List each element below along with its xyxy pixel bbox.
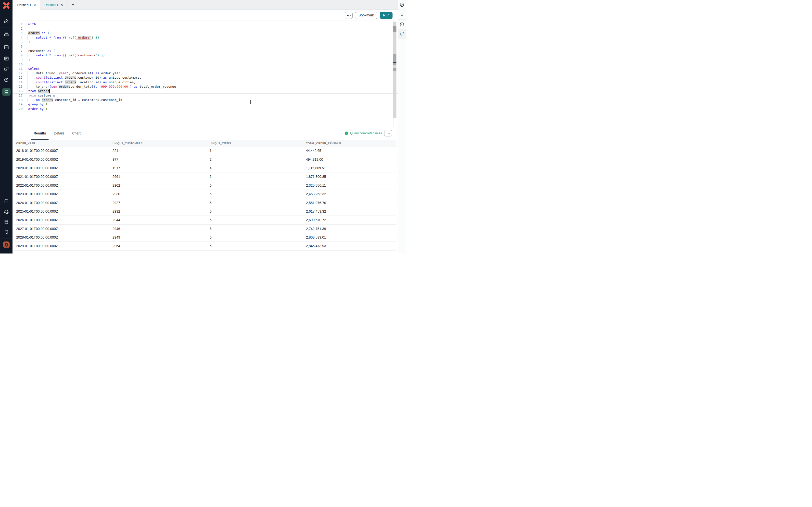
table-cell[interactable]: 2,742,751.39 bbox=[304, 227, 397, 231]
column-header-unique_cities[interactable]: UNIQUE_CITIES bbox=[208, 142, 304, 145]
table-cell[interactable]: 6 bbox=[208, 227, 304, 231]
table-row[interactable]: 2022-01-01T00:00:00.000Z290262,325,556.1… bbox=[14, 181, 397, 190]
ai-chat-sparkle-icon[interactable] bbox=[398, 30, 406, 39]
home-icon[interactable] bbox=[4, 18, 9, 24]
table-cell[interactable]: 2,551,076.70 bbox=[304, 201, 397, 205]
code-line-18[interactable]: 18 on orders.customer_id = customers.cus… bbox=[12, 98, 398, 102]
code-line-6[interactable]: 6 bbox=[12, 44, 398, 49]
table-cell[interactable]: 221 bbox=[111, 149, 208, 153]
support-headset-icon[interactable] bbox=[4, 209, 9, 214]
code-line-14[interactable]: 14 count(distinct orders.location_id) as… bbox=[12, 80, 398, 84]
table-row[interactable]: 2024-01-01T00:00:00.000Z292762,551,076.7… bbox=[14, 199, 397, 207]
components-icon[interactable] bbox=[4, 66, 9, 71]
projects-grid-icon[interactable] bbox=[4, 45, 9, 50]
scrollbar-thumb[interactable] bbox=[393, 26, 397, 32]
table-cell[interactable]: 2,617,453.32 bbox=[304, 210, 397, 213]
table-row[interactable]: 2023-01-01T00:00:00.000Z293062,453,253.3… bbox=[14, 190, 397, 199]
table-cell[interactable]: 2025-01-01T00:00:00.000Z bbox=[14, 210, 111, 213]
tab-untitled-1[interactable]: Untitled 1 ✕ bbox=[13, 0, 40, 10]
table-cell[interactable]: 44,442.65 bbox=[304, 149, 397, 153]
column-header-order_year[interactable]: ORDER_YEAR bbox=[14, 142, 111, 145]
table-row[interactable]: 2021-01-01T00:00:00.000Z266161,871,800.8… bbox=[14, 172, 397, 181]
table-cell[interactable]: 2019-01-01T00:00:00.000Z bbox=[14, 158, 111, 161]
table-cell[interactable]: 1 bbox=[208, 149, 304, 153]
code-line-9[interactable]: 9) bbox=[12, 58, 398, 62]
code-line-13[interactable]: 13 count(distinct orders.customer_id) as… bbox=[12, 75, 398, 80]
table-cell[interactable]: 2932 bbox=[111, 210, 208, 213]
new-tab-plus-icon[interactable]: + bbox=[67, 0, 79, 9]
table-cell[interactable]: 2,808,539.01 bbox=[304, 235, 397, 239]
table-cell[interactable]: 2930 bbox=[111, 192, 208, 196]
table-cell[interactable]: 2,453,253.32 bbox=[304, 192, 397, 196]
table-cell[interactable]: 6 bbox=[208, 244, 304, 248]
code-line-8[interactable]: 8 select * from {{ ref('customers') }} bbox=[12, 53, 398, 58]
tab-untitled-2[interactable]: Untitled 1 ✕ bbox=[40, 0, 67, 9]
bookmark-panel-icon[interactable] bbox=[398, 10, 406, 19]
table-cell[interactable]: 6 bbox=[208, 210, 304, 213]
history-clock-icon[interactable] bbox=[398, 19, 406, 30]
table-cell[interactable]: 2 bbox=[208, 158, 304, 161]
close-icon[interactable]: ✕ bbox=[60, 3, 63, 7]
sql-editor[interactable]: 1with23orders as (4 select * from {{ ref… bbox=[12, 21, 398, 126]
table-cell[interactable]: 2,690,570.72 bbox=[304, 218, 397, 222]
table-cell[interactable]: 2029-01-01T00:00:00.000Z bbox=[14, 244, 111, 248]
table-row[interactable]: 2026-01-01T00:00:00.000Z294462,690,570.7… bbox=[14, 216, 397, 224]
docs-book-icon[interactable] bbox=[4, 219, 9, 225]
code-line-17[interactable]: 17join customers bbox=[12, 93, 398, 98]
code-line-3[interactable]: 3orders as ( bbox=[12, 31, 398, 35]
table-row[interactable]: 2028-01-01T00:00:00.000Z294962,808,539.0… bbox=[14, 233, 397, 242]
code-line-10[interactable]: 10 bbox=[12, 62, 398, 66]
table-cell[interactable]: 2,325,556.11 bbox=[304, 183, 397, 187]
table-cell[interactable]: 6 bbox=[208, 235, 304, 239]
code-line-19[interactable]: 19group by 1 bbox=[12, 102, 398, 107]
table-row[interactable]: 2020-01-01T00:00:00.000Z191741,115,869.5… bbox=[14, 164, 397, 172]
table-cell[interactable]: 2027-01-01T00:00:00.000Z bbox=[14, 227, 111, 231]
code-line-5[interactable]: 5), bbox=[12, 40, 398, 44]
tab-details[interactable]: Details bbox=[52, 126, 66, 140]
table-cell[interactable]: 2927 bbox=[111, 201, 208, 205]
table-cell[interactable]: 2026-01-01T00:00:00.000Z bbox=[14, 218, 111, 222]
table-cell[interactable]: 6 bbox=[208, 201, 304, 205]
code-line-4[interactable]: 4 select * from {{ ref('orders') }} bbox=[12, 35, 398, 40]
table-cell[interactable]: 977 bbox=[111, 158, 208, 161]
table-cell[interactable]: 1,841,049.32 bbox=[304, 253, 397, 253]
table-cell[interactable]: 4 bbox=[208, 166, 304, 170]
code-line-2[interactable]: 2 bbox=[12, 26, 398, 31]
user-avatar[interactable] bbox=[3, 241, 9, 248]
table-cell[interactable]: 1,115,869.51 bbox=[304, 166, 397, 170]
table-cell[interactable]: 6 bbox=[208, 175, 304, 178]
outline-compass-icon[interactable] bbox=[398, 0, 406, 10]
table-cell[interactable]: 2023-01-01T00:00:00.000Z bbox=[14, 192, 111, 196]
table-cell[interactable]: 2030-01-01T00:00:00.000Z bbox=[14, 253, 111, 253]
hex-logo[interactable] bbox=[0, 0, 12, 11]
table-cell[interactable]: 2879 bbox=[111, 253, 208, 253]
explore-compass-icon[interactable] bbox=[4, 77, 9, 82]
table-cell[interactable]: 2020-01-01T00:00:00.000Z bbox=[14, 166, 111, 170]
bookmark-button[interactable]: Bookmark bbox=[355, 12, 377, 19]
table-row[interactable]: 2030-01-01T00:00:00.000Z287961,841,049.3… bbox=[14, 250, 397, 253]
table-cell[interactable]: 1,871,800.85 bbox=[304, 175, 397, 178]
table-cell[interactable]: 2018-01-01T00:00:00.000Z bbox=[14, 149, 111, 153]
run-button[interactable]: Run bbox=[380, 12, 393, 19]
table-cell[interactable]: 2661 bbox=[111, 175, 208, 178]
code-line-20[interactable]: 20order by 1 bbox=[12, 107, 398, 111]
table-cell[interactable]: 494,818.00 bbox=[304, 158, 397, 161]
code-window-icon[interactable] bbox=[4, 56, 9, 61]
close-icon[interactable]: ✕ bbox=[33, 3, 36, 7]
table-cell[interactable]: 2954 bbox=[111, 244, 208, 248]
tab-chart[interactable]: Chart bbox=[70, 126, 83, 140]
table-cell[interactable]: 2022-01-01T00:00:00.000Z bbox=[14, 183, 111, 187]
tab-results[interactable]: Results bbox=[32, 126, 48, 140]
table-cell[interactable]: 2902 bbox=[111, 183, 208, 187]
code-line-16[interactable]: 16from orders bbox=[12, 89, 398, 93]
table-cell[interactable]: 2949 bbox=[111, 235, 208, 239]
changelog-clipboard-icon[interactable] bbox=[4, 199, 9, 204]
table-row[interactable]: 2029-01-01T00:00:00.000Z295462,845,473.9… bbox=[14, 242, 397, 250]
organization-building-icon[interactable] bbox=[4, 229, 9, 235]
table-row[interactable]: 2019-01-01T00:00:00.000Z9772494,818.00 bbox=[14, 155, 397, 164]
table-cell[interactable]: 6 bbox=[208, 218, 304, 222]
table-cell[interactable]: 6 bbox=[208, 192, 304, 196]
table-row[interactable]: 2027-01-01T00:00:00.000Z294662,742,751.3… bbox=[14, 225, 397, 233]
code-line-7[interactable]: 7customers as ( bbox=[12, 49, 398, 53]
table-cell[interactable]: 2944 bbox=[111, 218, 208, 222]
